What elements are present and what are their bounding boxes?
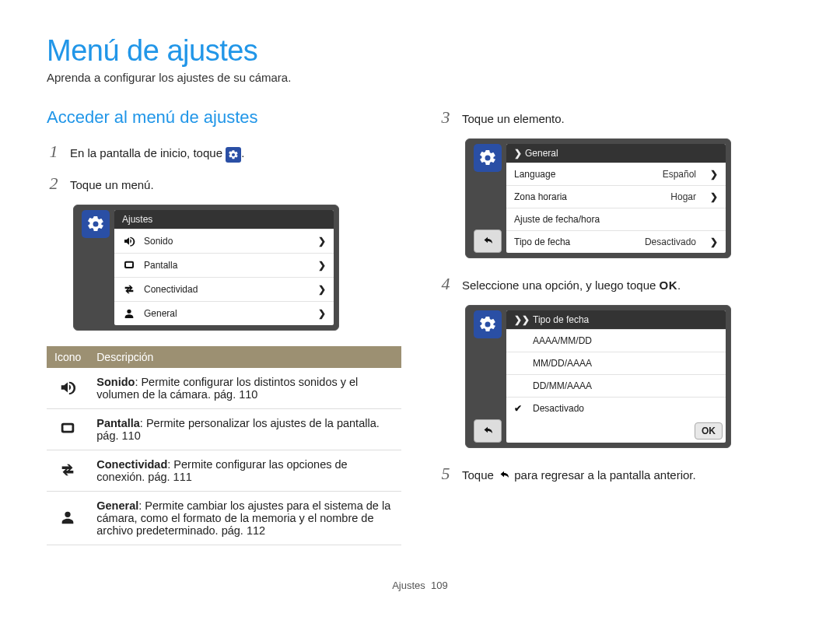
person-icon: [122, 307, 136, 320]
footer-section: Ajustes: [392, 580, 425, 591]
menu-row-sonido[interactable]: Sonido ❯: [114, 229, 334, 253]
table-row: Conectividad: Permite configurar las opc…: [47, 450, 401, 492]
row-label: Ajuste de fecha/hora: [514, 214, 718, 225]
row-label: Sonido: [144, 236, 310, 247]
menu-row-pantalla[interactable]: Pantalla ❯: [114, 253, 334, 277]
row-label: Desactivado: [533, 403, 718, 414]
term: Pantalla: [96, 417, 140, 429]
back-button[interactable]: [474, 229, 502, 253]
camera-screenshot-ajustes: Ajustes Sonido ❯ Pantalla ❯ Conectividad: [73, 205, 339, 331]
transfer-icon: [58, 461, 77, 479]
menu-row-ajuste-fecha[interactable]: Ajuste de fecha/hora: [506, 208, 726, 230]
row-label: Pantalla: [144, 260, 310, 271]
chevron-right-icon: ❯: [514, 148, 522, 159]
step-text: Seleccione una opción, y luego toque: [462, 278, 660, 292]
option-row[interactable]: DD/MM/AAAA: [506, 374, 726, 397]
step-5: 5 Toque para regresar a la pantalla ante…: [439, 464, 793, 484]
step-text-suffix: .: [677, 278, 681, 292]
gear-icon: [474, 310, 502, 338]
option-row[interactable]: ✔ Desactivado: [506, 397, 726, 419]
footer-page-number: 109: [431, 580, 448, 591]
menu-row-general[interactable]: General ❯: [114, 301, 334, 325]
table-header-icon: Icono: [47, 346, 89, 368]
chevron-right-icon: ❯: [318, 260, 326, 271]
table-row: Pantalla: Permite personalizar los ajust…: [47, 409, 401, 450]
menu-row-tipo-fecha[interactable]: Tipo de fecha Desactivado ❯: [506, 230, 726, 253]
row-value: Hogar: [670, 191, 696, 202]
term: Sonido: [96, 376, 135, 388]
row-label: MM/DD/AAAA: [533, 358, 718, 369]
page-footer: Ajustes 109: [47, 580, 793, 591]
menu-row-language[interactable]: Language Español ❯: [506, 163, 726, 185]
chevron-right-icon: ❯: [710, 191, 718, 202]
step-number: 5: [439, 464, 453, 484]
step-4: 4 Seleccione una opción, y luego toque O…: [439, 274, 793, 294]
chevron-right-icon: ❯: [710, 236, 718, 247]
back-arrow-icon: [497, 468, 511, 482]
row-label: Language: [514, 169, 655, 180]
chevron-right-icon: ❯: [318, 236, 326, 247]
transfer-icon: [122, 283, 136, 296]
step-2: 2 Toque un menú.: [47, 173, 401, 194]
person-icon: [58, 508, 77, 527]
camera-screenshot-tipo-fecha: ❯❯Tipo de fecha AAAA/MM/DD MM/DD/AAAA DD…: [465, 305, 731, 448]
ok-button[interactable]: OK: [695, 422, 723, 440]
desc-text: : Permite configurar los distintos sonid…: [96, 376, 358, 401]
gear-icon: [226, 147, 241, 163]
intro-text: Aprenda a configurar los ajustes de su c…: [47, 71, 793, 84]
step-text: Toque: [462, 468, 497, 482]
chevron-right-icon: ❯❯: [514, 314, 530, 325]
panel-header: ❯General: [506, 144, 726, 163]
check-icon: ✔: [514, 403, 525, 414]
menu-row-conectividad[interactable]: Conectividad ❯: [114, 277, 334, 301]
table-header-desc: Descripción: [89, 346, 401, 368]
section-heading: Acceder al menú de ajustes: [47, 107, 401, 128]
gear-icon: [474, 144, 502, 172]
step-3: 3 Toque un elemento.: [439, 107, 793, 128]
option-row[interactable]: AAAA/MM/DD: [506, 329, 726, 352]
icon-description-table: Icono Descripción Sonido: Permite config…: [47, 346, 401, 545]
chevron-right-icon: ❯: [710, 169, 718, 180]
term: Conectividad: [96, 458, 167, 471]
ok-icon: OK: [660, 278, 678, 292]
table-row: Sonido: Permite configurar los distintos…: [47, 368, 401, 409]
row-label: Conectividad: [144, 284, 310, 295]
back-button[interactable]: [474, 419, 502, 443]
step-text-suffix: para regresar a la pantalla anterior.: [514, 468, 695, 482]
row-value: Español: [663, 169, 696, 180]
row-label: Tipo de fecha: [514, 236, 637, 247]
step-number: 4: [439, 274, 453, 294]
step-text: Toque un menú.: [70, 177, 401, 193]
row-label: DD/MM/AAAA: [533, 380, 718, 391]
option-row[interactable]: MM/DD/AAAA: [506, 352, 726, 374]
row-label: Zona horaria: [514, 191, 663, 202]
gear-icon: [82, 210, 110, 238]
step-number: 1: [47, 142, 61, 162]
chevron-right-icon: ❯: [318, 308, 326, 319]
term: General: [96, 499, 138, 512]
desc-text: : Permite cambiar los ajustes para el si…: [96, 499, 390, 537]
menu-row-zona-horaria[interactable]: Zona horaria Hogar ❯: [506, 185, 726, 208]
step-text-suffix: .: [241, 146, 244, 159]
chevron-right-icon: ❯: [318, 284, 326, 295]
display-icon: [58, 419, 77, 438]
page-title: Menú de ajustes: [47, 34, 793, 68]
speaker-icon: [122, 235, 136, 247]
camera-screenshot-general: ❯General Language Español ❯ Zona horaria…: [465, 138, 731, 258]
step-number: 2: [47, 173, 61, 194]
table-row: General: Permite cambiar los ajustes par…: [47, 492, 401, 545]
step-number: 3: [439, 107, 453, 128]
step-1: 1 En la pantalla de inicio, toque .: [47, 142, 401, 163]
panel-header: Ajustes: [114, 210, 334, 229]
step-text: Toque un elemento.: [462, 110, 793, 127]
display-icon: [122, 259, 136, 271]
row-value: Desactivado: [645, 236, 696, 247]
row-label: AAAA/MM/DD: [533, 335, 718, 346]
step-text: En la pantalla de inicio, toque: [70, 146, 226, 159]
speaker-icon: [58, 378, 77, 397]
row-label: General: [144, 308, 310, 319]
panel-header: ❯❯Tipo de fecha: [506, 310, 726, 329]
